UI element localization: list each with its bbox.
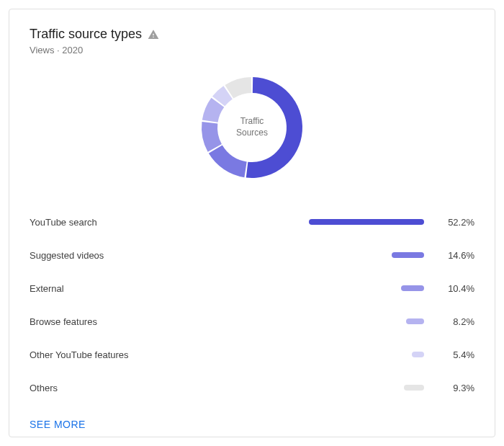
source-row: Suggested videos14.6% bbox=[30, 238, 474, 272]
source-value: 5.4% bbox=[436, 349, 474, 360]
card-header: Traffic source types bbox=[30, 27, 474, 42]
source-value: 52.2% bbox=[436, 217, 474, 228]
source-bar-area bbox=[188, 385, 436, 391]
source-bar bbox=[401, 285, 424, 291]
source-bar bbox=[392, 252, 424, 258]
source-bar-area bbox=[188, 285, 436, 291]
source-row: Others9.3% bbox=[30, 371, 474, 404]
source-label: YouTube search bbox=[30, 217, 188, 228]
warning-icon bbox=[148, 29, 159, 40]
source-row: YouTube search52.2% bbox=[30, 205, 474, 238]
card-title: Traffic source types bbox=[30, 27, 142, 42]
source-bar-area bbox=[188, 219, 436, 225]
source-value: 14.6% bbox=[436, 250, 474, 261]
source-label: Others bbox=[30, 383, 188, 393]
donut-center-line1: Traffic bbox=[236, 116, 268, 128]
source-row: Browse features8.2% bbox=[30, 305, 474, 338]
source-bar-area bbox=[188, 352, 436, 357]
source-value: 10.4% bbox=[436, 283, 474, 294]
donut-chart: Traffic Sources bbox=[30, 70, 474, 185]
donut-slice bbox=[202, 122, 222, 152]
source-list: YouTube search52.2%Suggested videos14.6%… bbox=[30, 205, 474, 404]
source-bar-area bbox=[188, 252, 436, 258]
see-more-button[interactable]: SEE MORE bbox=[30, 419, 474, 430]
source-label: Other YouTube features bbox=[30, 349, 188, 360]
source-row: Other YouTube features5.4% bbox=[30, 338, 474, 371]
traffic-sources-card: Traffic source types Views · 2020 Traffi… bbox=[9, 9, 495, 437]
source-label: External bbox=[30, 283, 188, 294]
donut-center-label: Traffic Sources bbox=[236, 116, 268, 138]
donut-slice bbox=[209, 146, 247, 178]
card-subtitle: Views · 2020 bbox=[30, 45, 474, 55]
source-bar-area bbox=[188, 318, 436, 324]
source-label: Suggested videos bbox=[30, 250, 188, 261]
source-bar bbox=[309, 219, 424, 225]
source-label: Browse features bbox=[30, 316, 188, 327]
donut-center-line2: Sources bbox=[236, 128, 268, 139]
source-bar bbox=[404, 385, 425, 391]
source-value: 8.2% bbox=[436, 316, 474, 327]
source-bar bbox=[406, 318, 424, 324]
source-bar bbox=[412, 352, 424, 357]
source-row: External10.4% bbox=[30, 272, 474, 305]
source-value: 9.3% bbox=[436, 383, 474, 393]
